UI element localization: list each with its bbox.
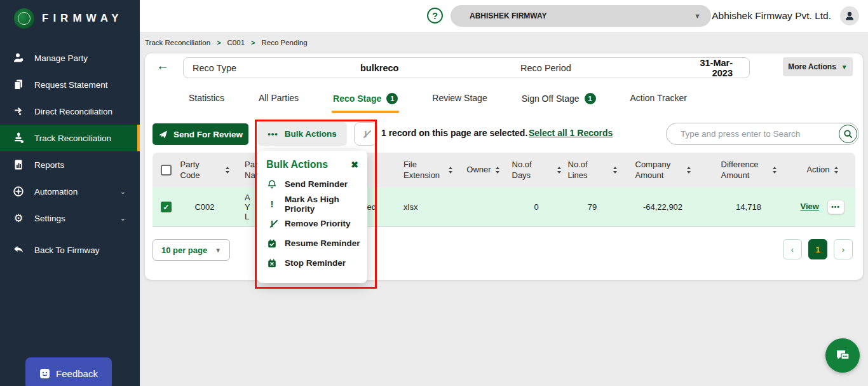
breadcrumb-c001[interactable]: C001 <box>227 39 245 46</box>
send-for-review-button[interactable]: Send For Review <box>153 123 248 145</box>
sidebar-item-manage-party[interactable]: Manage Party <box>0 45 140 71</box>
chat-support-button[interactable] <box>825 338 860 373</box>
sort-icon[interactable] <box>687 167 691 174</box>
sort-icon[interactable] <box>496 167 499 174</box>
paper-plane-icon <box>158 130 168 139</box>
tab-sign-off-stage[interactable]: Sign Off Stage 1 <box>520 89 597 111</box>
view-link[interactable]: View <box>800 202 818 211</box>
menu-item-send-reminder[interactable]: Send Reminder <box>257 174 367 194</box>
per-page-select[interactable]: 10 per page ▼ <box>153 239 230 261</box>
menu-item-label: Resume Reminder <box>285 238 360 248</box>
header-owner: Owner <box>456 165 510 176</box>
sidebar-item-label: Settings <box>34 214 65 223</box>
bulk-actions-menu-title: Bulk Actions <box>266 159 328 170</box>
brand-name: FIRMWAY <box>42 12 123 25</box>
reco-type-label: Reco Type <box>193 63 360 73</box>
sidebar-item-back-to-firmway[interactable]: Back To Firmway <box>0 237 140 263</box>
select-all-records-link[interactable]: Select all 1 Records <box>529 128 613 138</box>
breadcrumb-separator: > <box>251 39 255 46</box>
column-label: No.of Lines <box>568 160 609 181</box>
chat-bubbles-icon <box>833 346 852 365</box>
more-actions-button[interactable]: More Actions ▼ <box>783 57 853 76</box>
company-selector-value: ABHISHEK FIRMWAY <box>470 11 694 20</box>
next-page-button[interactable]: › <box>834 239 853 259</box>
close-icon[interactable]: ✖ <box>351 160 358 170</box>
pagination: ‹ 1 › <box>783 239 853 259</box>
sort-icon[interactable] <box>834 167 838 174</box>
sidebar-item-track-reconciliation[interactable]: Track Reconciliation <box>0 125 140 151</box>
sort-icon[interactable] <box>226 167 229 174</box>
sidebar-item-label: Manage Party <box>34 53 88 63</box>
column-label: Difference Amount <box>721 160 768 181</box>
breadcrumb-reco-pending[interactable]: Reco Pending <box>262 39 308 46</box>
menu-item-resume-reminder[interactable]: Resume Reminder <box>257 233 367 253</box>
user-avatar[interactable] <box>840 6 859 25</box>
sidebar-item-request-statement[interactable]: Request Statement <box>0 71 140 98</box>
row-checkbox[interactable]: ✓ <box>161 202 172 212</box>
exclamation-slash-icon: ! <box>266 219 278 228</box>
tab-reco-stage[interactable]: Reco Stage 1 <box>332 89 399 113</box>
sidebar-item-label: Track Reconciliation <box>34 134 111 143</box>
sort-icon[interactable] <box>773 167 776 174</box>
breadcrumb: Track Reconciliation > C001 > Reco Pendi… <box>140 32 868 53</box>
menu-item-mark-as-high-priority[interactable]: ! Mark As High Priority <box>257 194 367 214</box>
feedback-label: Feedback <box>56 368 98 379</box>
sidebar-item-label: Request Statement <box>34 80 108 90</box>
reco-type-value: bulkreco <box>360 63 520 73</box>
tab-label: Review Stage <box>432 93 487 103</box>
menu-item-stop-reminder[interactable]: Stop Reminder <box>257 253 367 273</box>
request-statement-icon <box>13 79 24 90</box>
row-more-actions-button[interactable]: ••• <box>827 200 844 214</box>
bulk-actions-menu: Bulk Actions ✖ Send Reminder ! Mark As H… <box>257 151 367 283</box>
prev-page-button[interactable]: ‹ <box>783 239 802 259</box>
sidebar-item-automation[interactable]: Automation ⌄ <box>0 178 140 205</box>
menu-item-label: Mark As High Priority <box>285 195 367 214</box>
tab-statistics[interactable]: Statistics <box>187 89 226 109</box>
more-actions-label: More Actions <box>788 62 836 71</box>
sort-icon[interactable] <box>613 167 617 174</box>
sidebar-item-reports[interactable]: Reports <box>0 151 140 178</box>
search-input[interactable] <box>667 129 839 139</box>
breadcrumb-separator: > <box>217 39 220 46</box>
column-label: Action <box>806 165 829 176</box>
feedback-button[interactable]: Feedback <box>25 357 112 386</box>
send-for-review-label: Send For Review <box>173 130 243 139</box>
breadcrumb-track-reconciliation[interactable]: Track Reconciliation <box>145 39 210 46</box>
current-page-button[interactable]: 1 <box>808 239 827 259</box>
tab-review-stage[interactable]: Review Stage <box>431 89 488 109</box>
track-reconciliation-icon <box>13 132 24 144</box>
chevron-down-icon: ▼ <box>215 247 221 254</box>
chevron-down-icon: ▼ <box>841 64 848 71</box>
sort-icon[interactable] <box>449 167 452 174</box>
tab-action-tracker[interactable]: Action Tracker <box>629 89 688 109</box>
remove-priority-toolbar-button[interactable]: ! <box>354 122 377 146</box>
search-box <box>666 123 859 145</box>
select-all-checkbox[interactable] <box>161 165 172 176</box>
cell-no-of-lines: 79 <box>563 202 621 212</box>
tab-label: Action Tracker <box>630 93 687 103</box>
chevron-down-icon: ▼ <box>694 12 701 20</box>
sidebar-item-direct-reconciliation[interactable]: Direct Reconciliation <box>0 98 140 125</box>
tab-count-badge: 1 <box>585 93 596 104</box>
firmway-seal-icon <box>14 8 34 29</box>
sort-icon[interactable] <box>557 167 561 174</box>
help-icon[interactable]: ? <box>427 8 443 24</box>
tab-label: Statistics <box>189 93 224 103</box>
reco-period-label: Reco Period <box>520 63 682 73</box>
cell-no-of-days: 0 <box>510 202 563 212</box>
sidebar-item-settings[interactable]: ⚙ Settings ⌄ <box>0 205 140 231</box>
tab-all-parties[interactable]: All Parties <box>257 89 300 109</box>
tab-label: Sign Off Stage <box>522 93 580 104</box>
exclamation-slash-icon: ! <box>364 129 367 139</box>
bulk-actions-menu-header: Bulk Actions ✖ <box>257 159 367 174</box>
column-label: Owner <box>466 165 491 176</box>
exclamation-icon: ! <box>266 199 278 209</box>
brand-logo[interactable]: FIRMWAY <box>0 0 140 37</box>
header-company-amount: Company Amount <box>621 160 704 181</box>
company-selector-dropdown[interactable]: ABHISHEK FIRMWAY ▼ <box>451 5 711 27</box>
menu-item-remove-priority[interactable]: ! Remove Priority <box>257 214 367 233</box>
header-action: Action <box>793 165 851 176</box>
search-icon[interactable] <box>839 125 857 143</box>
bulk-actions-button[interactable]: ••• Bulk Actions <box>257 122 347 146</box>
back-button[interactable]: ← <box>156 59 169 73</box>
